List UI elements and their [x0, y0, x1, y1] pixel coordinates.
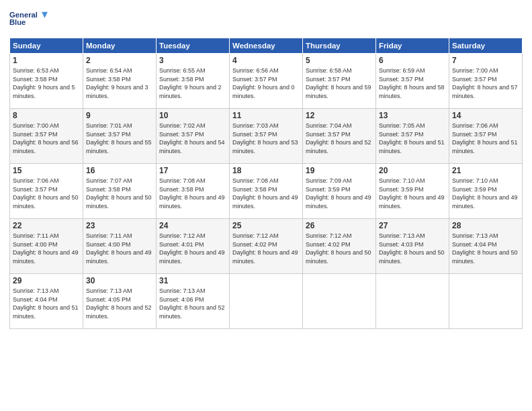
day-info: Sunrise: 7:01 AMSunset: 3:57 PMDaylight:… [86, 122, 153, 155]
day-info: Sunrise: 6:55 AMSunset: 3:58 PMDaylight:… [159, 66, 226, 100]
day-number: 13 [379, 111, 446, 120]
day-cell: 26Sunrise: 7:12 AMSunset: 4:02 PMDayligh… [303, 219, 376, 274]
day-cell: 3Sunrise: 6:55 AMSunset: 3:58 PMDaylight… [157, 54, 230, 109]
day-info: Sunrise: 7:00 AMSunset: 3:57 PMDaylight:… [452, 66, 519, 100]
day-cell: 28Sunrise: 7:13 AMSunset: 4:04 PMDayligh… [449, 219, 523, 274]
day-info: Sunrise: 6:59 AMSunset: 3:57 PMDaylight:… [379, 66, 446, 100]
day-info: Sunrise: 7:13 AMSunset: 4:04 PMDaylight:… [13, 287, 80, 320]
day-cell: 24Sunrise: 7:12 AMSunset: 4:01 PMDayligh… [157, 219, 230, 274]
day-info: Sunrise: 7:02 AMSunset: 3:57 PMDaylight:… [159, 122, 226, 155]
day-number: 12 [306, 111, 373, 120]
day-number: 25 [232, 221, 300, 230]
calendar-header-row: SundayMondayTuesdayWednesdayThursdayFrid… [10, 38, 523, 54]
day-info: Sunrise: 6:58 AMSunset: 3:57 PMDaylight:… [306, 66, 373, 100]
day-info: Sunrise: 7:13 AMSunset: 4:04 PMDaylight:… [452, 232, 519, 265]
day-info: Sunrise: 7:05 AMSunset: 3:57 PMDaylight:… [379, 122, 446, 155]
day-cell: 31Sunrise: 7:13 AMSunset: 4:06 PMDayligh… [157, 274, 230, 329]
day-cell [303, 274, 376, 329]
day-cell: 13Sunrise: 7:05 AMSunset: 3:57 PMDayligh… [376, 109, 449, 164]
day-cell: 12Sunrise: 7:04 AMSunset: 3:57 PMDayligh… [303, 109, 376, 164]
day-info: Sunrise: 7:06 AMSunset: 3:57 PMDaylight:… [13, 177, 80, 210]
svg-marker-2 [42, 12, 48, 18]
day-cell: 21Sunrise: 7:10 AMSunset: 3:59 PMDayligh… [449, 164, 523, 219]
day-number: 19 [306, 166, 373, 175]
day-header-tuesday: Tuesday [157, 38, 230, 54]
day-cell: 14Sunrise: 7:06 AMSunset: 3:57 PMDayligh… [449, 109, 523, 164]
week-row-4: 22Sunrise: 7:11 AMSunset: 4:00 PMDayligh… [10, 219, 523, 274]
day-info: Sunrise: 7:08 AMSunset: 3:58 PMDaylight:… [232, 177, 300, 210]
day-number: 24 [159, 221, 226, 230]
day-number: 10 [159, 111, 226, 120]
day-info: Sunrise: 7:06 AMSunset: 3:57 PMDaylight:… [452, 122, 519, 155]
day-info: Sunrise: 7:11 AMSunset: 4:00 PMDaylight:… [86, 232, 153, 265]
day-number: 9 [86, 111, 153, 120]
day-cell: 27Sunrise: 7:13 AMSunset: 4:03 PMDayligh… [376, 219, 449, 274]
day-cell: 5Sunrise: 6:58 AMSunset: 3:57 PMDaylight… [303, 54, 376, 109]
day-cell: 30Sunrise: 7:13 AMSunset: 4:05 PMDayligh… [83, 274, 157, 329]
day-header-thursday: Thursday [303, 38, 376, 54]
day-info: Sunrise: 7:13 AMSunset: 4:05 PMDaylight:… [86, 287, 153, 320]
day-number: 4 [232, 56, 300, 65]
calendar-page: General Blue SundayMondayTuesdayWednesda… [0, 0, 532, 411]
day-number: 26 [306, 221, 373, 230]
day-number: 31 [159, 276, 226, 285]
day-cell [376, 274, 449, 329]
day-info: Sunrise: 7:03 AMSunset: 3:57 PMDaylight:… [232, 122, 300, 155]
day-number: 11 [232, 111, 300, 120]
day-number: 28 [452, 221, 519, 230]
day-cell: 11Sunrise: 7:03 AMSunset: 3:57 PMDayligh… [230, 109, 303, 164]
svg-text:General: General [9, 11, 38, 19]
day-cell: 19Sunrise: 7:09 AMSunset: 3:59 PMDayligh… [303, 164, 376, 219]
day-number: 8 [13, 111, 80, 120]
day-info: Sunrise: 6:54 AMSunset: 3:58 PMDaylight:… [86, 66, 153, 100]
day-cell: 9Sunrise: 7:01 AMSunset: 3:57 PMDaylight… [83, 109, 157, 164]
day-info: Sunrise: 7:10 AMSunset: 3:59 PMDaylight:… [452, 177, 519, 210]
day-info: Sunrise: 7:12 AMSunset: 4:02 PMDaylight:… [306, 232, 373, 265]
day-cell: 4Sunrise: 6:56 AMSunset: 3:57 PMDaylight… [230, 54, 303, 109]
day-info: Sunrise: 7:12 AMSunset: 4:02 PMDaylight:… [232, 232, 300, 265]
day-number: 20 [379, 166, 446, 175]
day-number: 30 [86, 276, 153, 285]
day-cell: 20Sunrise: 7:10 AMSunset: 3:59 PMDayligh… [376, 164, 449, 219]
day-header-friday: Friday [376, 38, 449, 54]
day-cell: 17Sunrise: 7:08 AMSunset: 3:58 PMDayligh… [157, 164, 230, 219]
day-number: 29 [13, 276, 80, 285]
calendar-table: SundayMondayTuesdayWednesdayThursdayFrid… [9, 38, 523, 329]
day-cell: 15Sunrise: 7:06 AMSunset: 3:57 PMDayligh… [10, 164, 83, 219]
calendar-body: 1Sunrise: 6:53 AMSunset: 3:58 PMDaylight… [10, 54, 523, 329]
day-info: Sunrise: 7:04 AMSunset: 3:57 PMDaylight:… [306, 122, 373, 155]
day-number: 23 [86, 221, 153, 230]
day-number: 14 [452, 111, 519, 120]
day-info: Sunrise: 7:12 AMSunset: 4:01 PMDaylight:… [159, 232, 226, 265]
day-info: Sunrise: 7:11 AMSunset: 4:00 PMDaylight:… [13, 232, 80, 265]
day-header-wednesday: Wednesday [230, 38, 303, 54]
day-info: Sunrise: 7:00 AMSunset: 3:57 PMDaylight:… [13, 122, 80, 155]
day-number: 1 [13, 56, 80, 65]
week-row-1: 1Sunrise: 6:53 AMSunset: 3:58 PMDaylight… [10, 54, 523, 109]
day-number: 16 [86, 166, 153, 175]
day-number: 21 [452, 166, 519, 175]
day-number: 6 [379, 56, 446, 65]
day-number: 3 [159, 56, 226, 65]
day-header-saturday: Saturday [449, 38, 523, 54]
day-cell: 23Sunrise: 7:11 AMSunset: 4:00 PMDayligh… [83, 219, 157, 274]
day-number: 27 [379, 221, 446, 230]
day-cell: 1Sunrise: 6:53 AMSunset: 3:58 PMDaylight… [10, 54, 83, 109]
day-info: Sunrise: 7:09 AMSunset: 3:59 PMDaylight:… [306, 177, 373, 210]
day-number: 2 [86, 56, 153, 65]
day-cell [230, 274, 303, 329]
day-cell [449, 274, 523, 329]
week-row-3: 15Sunrise: 7:06 AMSunset: 3:57 PMDayligh… [10, 164, 523, 219]
day-info: Sunrise: 6:53 AMSunset: 3:58 PMDaylight:… [13, 66, 80, 100]
day-number: 15 [13, 166, 80, 175]
day-cell: 29Sunrise: 7:13 AMSunset: 4:04 PMDayligh… [10, 274, 83, 329]
day-info: Sunrise: 6:56 AMSunset: 3:57 PMDaylight:… [232, 66, 300, 100]
day-cell: 2Sunrise: 6:54 AMSunset: 3:58 PMDaylight… [83, 54, 157, 109]
logo-svg: General Blue [9, 7, 50, 32]
day-info: Sunrise: 7:10 AMSunset: 3:59 PMDaylight:… [379, 177, 446, 210]
day-cell: 25Sunrise: 7:12 AMSunset: 4:02 PMDayligh… [230, 219, 303, 274]
day-info: Sunrise: 7:13 AMSunset: 4:03 PMDaylight:… [379, 232, 446, 265]
day-number: 18 [232, 166, 300, 175]
day-cell: 10Sunrise: 7:02 AMSunset: 3:57 PMDayligh… [157, 109, 230, 164]
week-row-2: 8Sunrise: 7:00 AMSunset: 3:57 PMDaylight… [10, 109, 523, 164]
